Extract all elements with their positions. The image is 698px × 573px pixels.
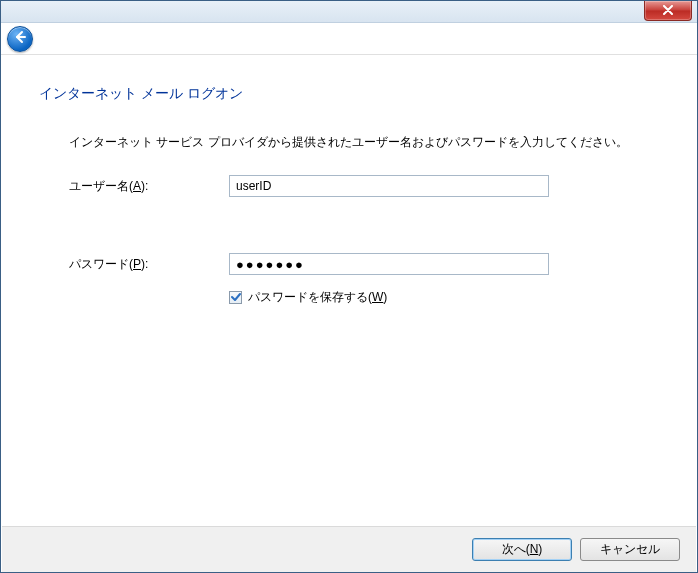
instruction-text: インターネット サービス プロバイダから提供されたユーザー名およびパスワードを入… [69, 133, 659, 151]
label-text: ) [538, 542, 542, 556]
titlebar [1, 1, 697, 23]
password-input[interactable] [229, 253, 549, 275]
check-icon [231, 291, 241, 305]
arrow-left-icon [13, 30, 27, 47]
remember-label: パスワードを保存する(W) [248, 289, 387, 306]
wizard-window: インターネット メール ログオン インターネット サービス プロバイダから提供さ… [0, 0, 698, 573]
username-label: ユーザー名(A): [69, 178, 229, 195]
close-button[interactable] [644, 1, 692, 21]
label-text: ): [141, 179, 148, 193]
page-title: インターネット メール ログオン [39, 85, 659, 103]
label-text: 次へ( [502, 542, 530, 556]
label-text: ユーザー名( [69, 179, 133, 193]
close-icon [662, 4, 674, 18]
access-key: A [133, 179, 141, 193]
access-key: P [133, 257, 141, 271]
back-button[interactable] [7, 26, 33, 52]
label-text: ): [141, 257, 148, 271]
footer: 次へ(N) キャンセル [2, 526, 696, 572]
label-text: パスワードを保存する( [248, 290, 372, 304]
label-text: ) [383, 290, 387, 304]
access-key: W [372, 290, 383, 304]
content-area: インターネット メール ログオン インターネット サービス プロバイダから提供さ… [1, 55, 697, 306]
username-row: ユーザー名(A): [69, 175, 659, 197]
remember-checkbox[interactable] [229, 291, 242, 304]
password-row: パスワード(P): [69, 253, 659, 275]
username-input[interactable] [229, 175, 549, 197]
password-label: パスワード(P): [69, 256, 229, 273]
nav-row [1, 23, 697, 55]
label-text: パスワード( [69, 257, 133, 271]
next-button[interactable]: 次へ(N) [472, 538, 572, 561]
remember-row: パスワードを保存する(W) [229, 289, 659, 306]
cancel-button[interactable]: キャンセル [580, 538, 680, 561]
